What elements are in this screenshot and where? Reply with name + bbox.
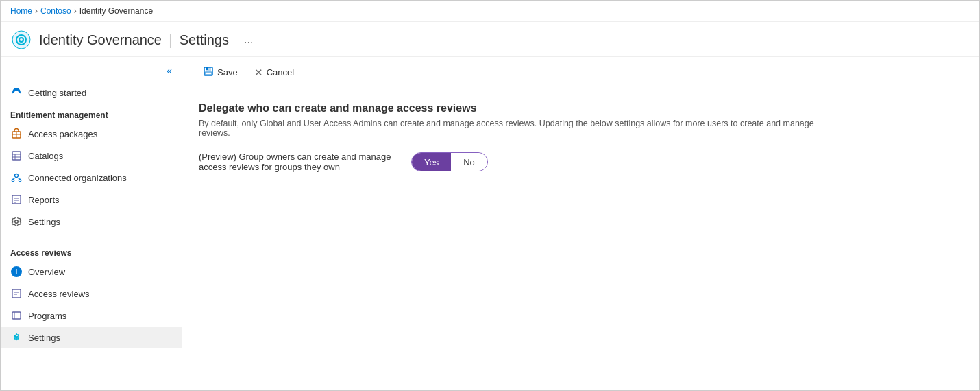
sidebar-item-settings-access-reviews-label: Settings — [28, 333, 60, 343]
toolbar: Save ✕ Cancel — [182, 57, 979, 88]
content-title: Delegate who can create and manage acces… — [199, 102, 963, 115]
setting-label-group-owners: (Preview) Group owners can create and ma… — [199, 152, 397, 172]
toggle-no-option[interactable]: No — [451, 153, 487, 171]
sidebar-item-reports[interactable]: Reports — [1, 189, 182, 211]
save-button[interactable]: Save — [196, 62, 245, 82]
sidebar-item-settings-access-reviews[interactable]: Settings — [1, 327, 182, 348]
svg-rect-18 — [12, 289, 21, 298]
breadcrumb: Home › Contoso › Identity Governance — [1, 1, 979, 22]
catalog-icon — [10, 150, 23, 162]
page-subtitle: Settings — [180, 32, 229, 48]
save-icon — [203, 66, 214, 79]
cancel-button[interactable]: ✕ Cancel — [247, 63, 301, 82]
main-content: Save ✕ Cancel Delegate who can create an… — [182, 57, 979, 391]
svg-point-11 — [19, 179, 21, 182]
more-options-button[interactable]: ... — [240, 32, 257, 47]
gear-icon — [10, 215, 23, 228]
collapse-sidebar-button[interactable]: « — [1, 62, 182, 82]
sidebar-item-settings-entitlement-label: Settings — [28, 217, 60, 227]
cancel-icon: ✕ — [254, 67, 263, 79]
setting-row-group-owners: (Preview) Group owners can create and ma… — [199, 152, 963, 172]
report-icon — [10, 193, 23, 206]
toggle-yes-option[interactable]: Yes — [412, 153, 451, 171]
content-area: Delegate who can create and manage acces… — [182, 88, 979, 186]
sidebar-item-settings-entitlement[interactable]: Settings — [1, 211, 182, 233]
sidebar-item-access-packages-label: Access packages — [28, 129, 97, 139]
settings-gear-icon — [10, 331, 23, 344]
entitlement-section-label: Entitlement management — [1, 104, 182, 123]
review-icon — [10, 287, 23, 300]
sidebar-item-overview[interactable]: i Overview — [1, 261, 182, 283]
svg-rect-21 — [12, 312, 21, 319]
sidebar: « Getting started Entitlement management — [1, 57, 182, 391]
main-layout: « Getting started Entitlement management — [1, 57, 979, 391]
breadcrumb-home[interactable]: Home — [10, 6, 32, 16]
sidebar-divider — [10, 237, 172, 237]
sidebar-item-reports-label: Reports — [28, 195, 60, 205]
sidebar-item-getting-started[interactable]: Getting started — [1, 82, 182, 104]
svg-point-1 — [15, 91, 18, 94]
package-icon — [10, 128, 23, 140]
sidebar-item-programs[interactable]: Programs — [1, 305, 182, 327]
sidebar-item-access-reviews-label: Access reviews — [28, 289, 90, 299]
org-icon — [10, 171, 23, 184]
sidebar-item-getting-started-label: Getting started — [28, 88, 86, 98]
sidebar-item-access-reviews[interactable]: Access reviews — [1, 283, 182, 305]
toggle-yes-no[interactable]: Yes No — [411, 152, 488, 171]
sidebar-item-connected-organizations[interactable]: Connected organizations — [1, 167, 182, 189]
svg-line-12 — [13, 178, 16, 180]
content-description: By default, only Global and User Access … — [199, 119, 816, 138]
save-label: Save — [217, 67, 238, 78]
breadcrumb-current: Identity Governance — [79, 6, 153, 16]
svg-rect-5 — [12, 152, 21, 160]
page-title: Identity Governance — [39, 32, 162, 48]
svg-point-10 — [12, 179, 14, 182]
sidebar-item-overview-label: Overview — [28, 267, 65, 277]
svg-point-9 — [15, 174, 19, 178]
breadcrumb-contoso[interactable]: Contoso — [40, 6, 71, 16]
app-icon — [10, 29, 32, 51]
cancel-label: Cancel — [267, 67, 294, 78]
page-header: Identity Governance | Settings ... — [1, 22, 979, 57]
sidebar-item-programs-label: Programs — [28, 311, 66, 321]
svg-rect-26 — [206, 67, 208, 70]
access-reviews-section-label: Access reviews — [1, 241, 182, 261]
sidebar-item-connected-organizations-label: Connected organizations — [28, 173, 127, 183]
rocket-icon — [10, 86, 23, 99]
svg-rect-27 — [205, 72, 212, 75]
svg-point-0 — [12, 31, 30, 49]
sidebar-item-catalogs-label: Catalogs — [28, 151, 63, 161]
programs-icon — [10, 309, 23, 322]
info-icon: i — [10, 265, 23, 278]
sidebar-item-access-packages[interactable]: Access packages — [1, 123, 182, 145]
svg-line-13 — [16, 178, 20, 180]
sidebar-item-catalogs[interactable]: Catalogs — [1, 145, 182, 167]
